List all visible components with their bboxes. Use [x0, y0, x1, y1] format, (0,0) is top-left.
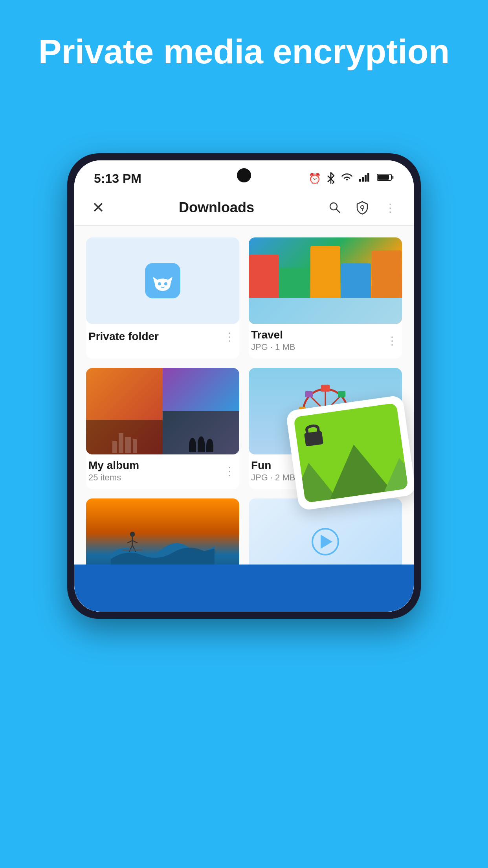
status-time: 5:13 PM: [94, 171, 141, 186]
list-item: Travel JPG · 1 MB ⋮: [249, 237, 402, 359]
search-icon: [328, 200, 342, 215]
svg-rect-24: [305, 391, 313, 397]
more-dots-icon: ⋮: [387, 334, 397, 347]
item-more-button[interactable]: ⋮: [221, 463, 237, 479]
status-bar: 5:13 PM ⏰: [74, 160, 414, 190]
item-label-row: My album 25 items ⋮: [86, 454, 239, 489]
items-grid: Private folder ⋮: [86, 237, 402, 612]
play-triangle-icon: [321, 535, 332, 549]
svg-point-11: [164, 282, 167, 285]
app-bar-title: Downloads: [108, 199, 325, 216]
svg-point-8: [361, 206, 364, 209]
album-thumb[interactable]: [86, 368, 239, 454]
app-bar: ✕ Downloads: [74, 190, 414, 226]
album-quad-2: [163, 368, 239, 411]
item-label-row: Private folder ⋮: [86, 324, 239, 351]
travel-thumb[interactable]: [249, 237, 402, 324]
close-icon: ✕: [92, 200, 105, 215]
cat-mask-icon: [151, 269, 174, 292]
play-button[interactable]: [312, 528, 339, 555]
list-item: Fun JPG · 2 MB ⋮: [249, 368, 402, 489]
lock-icon: [301, 419, 326, 449]
svg-rect-22: [338, 391, 345, 397]
svg-line-7: [336, 209, 340, 213]
svg-point-10: [158, 282, 161, 285]
svg-rect-2: [365, 175, 367, 182]
status-icons: ⏰: [308, 172, 394, 186]
phone-mockup: 5:13 PM ⏰: [67, 153, 421, 619]
svg-point-28: [130, 532, 135, 537]
hero-title: Private media encryption: [0, 31, 488, 71]
album-quad-1: [86, 368, 163, 454]
content-area: Private folder ⋮: [74, 226, 414, 612]
private-folder-thumb[interactable]: [86, 237, 239, 324]
list-item: My album 25 items ⋮: [86, 368, 239, 489]
phone-frame: 5:13 PM ⏰: [67, 153, 421, 619]
battery-icon: [377, 173, 394, 185]
item-meta: JPG · 1 MB: [251, 342, 384, 352]
more-dots-icon: ⋮: [224, 465, 235, 478]
item-label-row: Travel JPG · 1 MB ⋮: [249, 324, 402, 359]
mountain-far: [380, 455, 408, 492]
shield-button[interactable]: [352, 198, 372, 217]
svg-rect-5: [378, 175, 389, 180]
shield-icon: [355, 200, 369, 215]
item-more-button[interactable]: ⋮: [384, 333, 400, 348]
close-button[interactable]: ✕: [88, 198, 108, 217]
private-folder-icon: [145, 263, 180, 298]
svg-rect-0: [359, 179, 361, 182]
search-button[interactable]: [325, 198, 345, 217]
item-name: Travel: [251, 329, 384, 341]
item-more-button[interactable]: ⋮: [221, 329, 237, 344]
item-meta: 25 items: [88, 473, 221, 483]
sticker-card: [286, 395, 414, 511]
app-bar-actions: ⋮: [325, 198, 400, 217]
album-quad-3: [163, 411, 239, 454]
svg-rect-3: [367, 173, 369, 182]
phone-screen: 5:13 PM ⏰: [74, 160, 414, 612]
svg-rect-18: [321, 385, 330, 392]
surfer-icon: [117, 530, 148, 555]
svg-rect-1: [362, 177, 364, 182]
wifi-icon: [341, 173, 353, 185]
bluetooth-icon: [327, 172, 335, 186]
more-dots-icon: ⋮: [224, 330, 235, 343]
alarm-icon: ⏰: [308, 173, 321, 185]
item-name: My album: [88, 459, 221, 472]
more-icon: ⋮: [385, 201, 395, 214]
more-button[interactable]: ⋮: [380, 198, 400, 217]
sticker-inner: [294, 403, 408, 503]
signal-icon: [359, 173, 371, 185]
private-media-sticker: [292, 403, 414, 520]
list-item: Private folder ⋮: [86, 237, 239, 359]
item-name: Private folder: [88, 330, 221, 343]
camera-notch: [237, 168, 251, 182]
bottom-bar: [74, 565, 414, 612]
